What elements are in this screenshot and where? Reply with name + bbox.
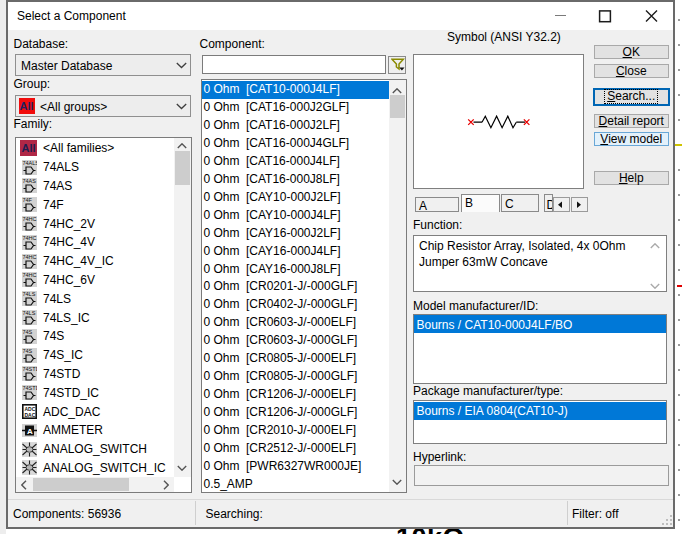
svg-text:74F: 74F — [23, 197, 33, 203]
svg-text:74AS: 74AS — [23, 178, 37, 184]
svg-text:74S: 74S — [23, 348, 33, 354]
svg-text:74ALS: 74ALS — [23, 160, 38, 166]
svg-text:74HC: 74HC — [23, 272, 37, 278]
svg-text:A: A — [27, 426, 33, 435]
svg-text:74STD: 74STD — [23, 366, 38, 372]
svg-text:74STD: 74STD — [23, 385, 38, 391]
svg-text:74HC: 74HC — [23, 216, 37, 222]
svg-text:74HC: 74HC — [23, 235, 37, 241]
svg-text:74HC: 74HC — [23, 254, 37, 260]
svg-text:74LS: 74LS — [23, 291, 36, 297]
svg-text:74LS: 74LS — [23, 310, 36, 316]
svg-text:DAC: DAC — [25, 412, 36, 418]
svg-text:74S: 74S — [23, 329, 33, 335]
